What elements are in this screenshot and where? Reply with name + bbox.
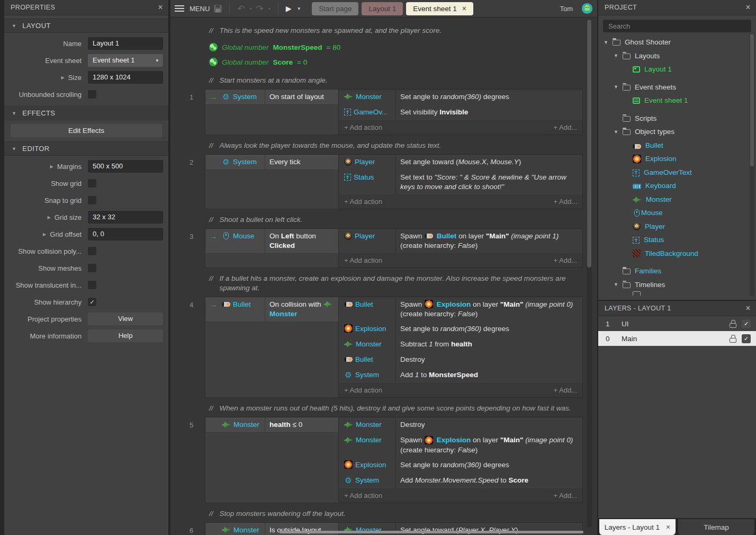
prop-checkbox-show-meshes[interactable] <box>88 264 96 272</box>
layer-row-ui[interactable]: 1UI✓ <box>598 316 756 331</box>
action[interactable]: SystemAdd 1 to MonsterSpeed <box>339 368 582 383</box>
prop-checkbox-show-grid[interactable] <box>88 179 96 188</box>
action[interactable]: BulletSpawn Explosion on layer "Main" (i… <box>339 297 582 322</box>
global-variable-monsterspeed[interactable]: Global numberMonsterSpeed= 80 <box>209 40 597 55</box>
tree-item-scripts[interactable]: Scripts <box>598 112 756 126</box>
condition[interactable]: →SystemOn start of layout <box>205 90 338 105</box>
tree-item-mouse[interactable]: Mouse <box>598 206 756 220</box>
add-action-link[interactable]: + Add action <box>344 386 382 394</box>
tree-item-status[interactable]: Status <box>598 233 756 247</box>
collapse-icon[interactable]: ▼ <box>614 84 623 90</box>
tree-item-bullet[interactable]: Bullet <box>598 139 756 153</box>
close-icon[interactable]: × <box>462 5 466 12</box>
section-header-editor[interactable]: ▼EDITOR <box>4 141 168 156</box>
collapse-icon[interactable]: ▼ <box>614 53 623 58</box>
edit-effects-button[interactable]: Edit Effects <box>11 124 162 137</box>
tree-item-object-types[interactable]: ▼Object types <box>598 125 756 139</box>
add-more-link[interactable]: + Add... <box>554 386 577 394</box>
action[interactable]: BulletDestroy <box>339 352 582 368</box>
prop-checkbox-unbounded-scrolling[interactable] <box>88 90 96 99</box>
user-name[interactable]: Tom <box>560 5 573 13</box>
preview-dropdown-icon[interactable]: ▾ <box>298 6 301 11</box>
comment[interactable]: //This is the speed new monsters are spa… <box>209 26 580 35</box>
expander-icon[interactable]: ▶ <box>50 164 53 169</box>
action[interactable]: SystemAdd Monster.Movement.Speed to Scor… <box>339 473 582 488</box>
redo-dropdown-icon[interactable]: ▾ <box>268 6 271 11</box>
layer-visible-checkbox[interactable]: ✓ <box>742 334 751 343</box>
add-action-link[interactable]: + Add action <box>344 492 382 500</box>
scrollbar-thumb[interactable] <box>280 531 583 533</box>
action[interactable]: GameOv...Set visibility Invisible <box>339 105 582 120</box>
action[interactable]: MonsterSubtract 1 from health <box>339 337 582 352</box>
tree-item-player[interactable]: Player <box>598 220 756 234</box>
prop-input-size[interactable]: 1280 x 1024 <box>88 71 163 84</box>
action[interactable]: MonsterDestroy <box>339 417 582 433</box>
tree-item-timelines[interactable]: ▼Timelines <box>598 278 756 292</box>
prop-checkbox-show-hierarchy[interactable]: ✓ <box>88 298 96 306</box>
add-action-link[interactable]: + Add action <box>344 198 382 206</box>
add-action-link[interactable]: + Add action <box>344 256 382 264</box>
scrollbar-thumb[interactable] <box>750 34 754 166</box>
close-icon[interactable]: × <box>158 3 163 12</box>
expander-icon[interactable]: ▶ <box>48 215 51 220</box>
collapse-icon[interactable]: ▼ <box>604 40 613 45</box>
tree-item-monster[interactable]: Monster <box>598 193 756 207</box>
menu-button[interactable]: MENU <box>190 5 210 13</box>
prop-input-grid-offset[interactable]: 0, 0 <box>88 228 163 240</box>
close-icon[interactable]: × <box>666 523 670 531</box>
tree-item-explosion[interactable]: Explosion <box>598 152 756 166</box>
comment[interactable]: //Shoot a bullet on left click. <box>209 215 580 225</box>
prop-checkbox-show-collision-poly[interactable] <box>88 247 96 255</box>
add-more-link[interactable]: + Add... <box>554 198 577 206</box>
section-header-effects[interactable]: ▼EFFECTS <box>4 106 168 120</box>
tab-layout-1[interactable]: Layout 1 <box>362 2 403 15</box>
add-more-link[interactable]: + Add... <box>554 256 577 264</box>
help-button[interactable]: Help <box>88 329 163 342</box>
layer-row-main[interactable]: 0Main✓ <box>598 331 756 346</box>
save-icon[interactable] <box>214 5 222 13</box>
comment[interactable]: //Stop monsters wandering off the layout… <box>209 509 580 519</box>
section-header-layout[interactable]: ▼LAYOUT <box>4 19 168 33</box>
action[interactable]: MonsterSpawn Explosion on layer "Main" (… <box>339 433 582 457</box>
tree-item-tiledbackground[interactable]: TiledBackground <box>598 247 756 261</box>
undo-dropdown-icon[interactable]: ▾ <box>250 6 252 11</box>
collapse-icon[interactable]: ▼ <box>614 282 623 287</box>
action[interactable]: ExplosionSet angle to random(360) degree… <box>339 322 582 337</box>
prop-checkbox-snap-to-grid[interactable] <box>88 196 96 204</box>
lock-icon[interactable] <box>730 335 736 343</box>
tab-tilemap[interactable]: Tilemap <box>678 519 754 535</box>
tree-item-event-sheets[interactable]: ▼Event sheets <box>598 81 756 94</box>
add-action-link[interactable]: + Add action <box>344 123 382 131</box>
tree-item-families[interactable]: Families <box>598 264 756 278</box>
tree-item-clipped[interactable] <box>598 291 756 296</box>
add-more-link[interactable]: + Add... <box>554 123 577 131</box>
condition[interactable]: →BulletOn collision with Monster <box>205 297 338 322</box>
condition[interactable]: →MouseOn Left button Clicked <box>205 229 338 254</box>
tab-start-page[interactable]: Start page <box>312 2 358 15</box>
prop-input-grid-size[interactable]: 32 x 32 <box>88 211 163 224</box>
action[interactable]: StatusSet text to "Score: " & Score & ne… <box>339 170 582 194</box>
action[interactable]: PlayerSet angle toward (Mouse.X, Mouse.Y… <box>339 155 582 170</box>
add-more-link[interactable]: + Add... <box>554 492 577 500</box>
tree-item-gameovertext[interactable]: GameOverText <box>598 166 756 180</box>
preview-play-button[interactable]: ▶ <box>286 4 292 13</box>
tab-layers-layout-1[interactable]: Layers - Layout 1 × <box>599 519 676 535</box>
condition[interactable]: SystemEvery tick <box>205 155 338 170</box>
tree-item-event-sheet-1[interactable]: Event sheet 1 <box>598 94 756 108</box>
expander-icon[interactable]: ▶ <box>61 75 65 80</box>
comment[interactable]: //Always look the player towards the mou… <box>209 141 580 150</box>
comment[interactable]: //Start monsters at a random angle. <box>209 76 580 85</box>
comment[interactable]: //When a monster runs out of health (5 h… <box>209 404 580 413</box>
close-icon[interactable]: × <box>745 3 751 12</box>
prop-input-name[interactable]: Layout 1 <box>88 37 163 50</box>
prop-input-margins[interactable]: 500 x 500 <box>88 160 163 173</box>
view-button[interactable]: View <box>88 313 163 325</box>
action[interactable]: MonsterSet angle to random(360) degrees <box>339 90 582 105</box>
tab-event-sheet-1[interactable]: Event sheet 1 × <box>406 2 473 15</box>
action[interactable]: ExplosionSet angle to random(360) degree… <box>339 458 582 473</box>
lock-icon[interactable] <box>730 320 736 328</box>
tree-item-layouts[interactable]: ▼Layouts <box>598 49 756 63</box>
global-variable-score[interactable]: Global numberScore= 0 <box>209 55 597 69</box>
comment[interactable]: //If a bullet hits a monster, create an … <box>209 274 580 293</box>
layer-visible-checkbox[interactable]: ✓ <box>742 319 751 328</box>
